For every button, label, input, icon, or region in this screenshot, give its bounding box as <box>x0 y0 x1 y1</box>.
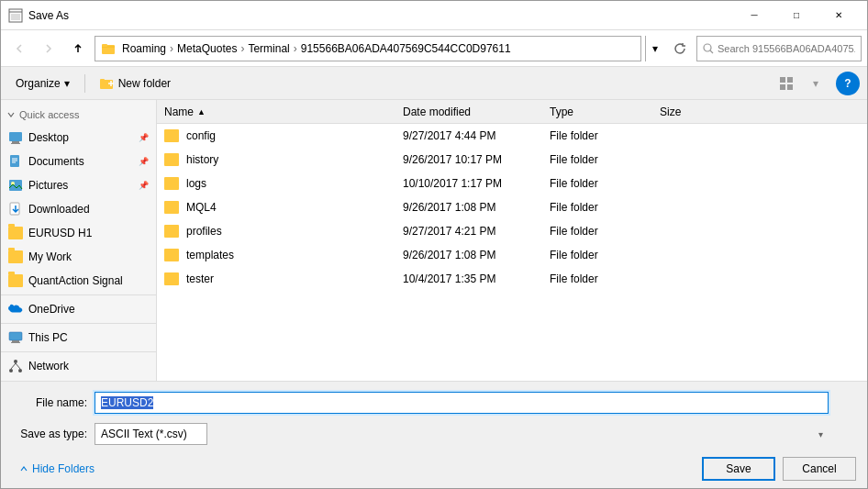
column-size-label: Size <box>660 106 681 118</box>
sidebar-item-desktop[interactable]: Desktop 📌 <box>1 126 156 150</box>
address-dropdown-button[interactable]: ▾ <box>645 36 663 61</box>
eurusd-label: EURUSD H1 <box>28 227 92 239</box>
file-date-cell: 10/10/2017 1:17 PM <box>399 177 546 190</box>
svg-rect-13 <box>787 84 793 90</box>
column-name-header[interactable]: Name ▲ <box>161 100 399 123</box>
maximize-button[interactable]: □ <box>775 1 818 30</box>
file-list-area: Name ▲ Date modified Type Size c <box>157 100 867 381</box>
sort-arrow: ▲ <box>197 107 206 117</box>
bottom-bar: File name: Save as type: ASCII Text (*.c… <box>1 381 867 488</box>
table-row[interactable]: tester 10/4/2017 1:35 PM File folder <box>157 267 867 291</box>
path-metaquotes[interactable]: MetaQuotes <box>174 40 239 57</box>
sidebar-item-thispc[interactable]: This PC <box>1 326 156 350</box>
sidebar-divider-1 <box>1 295 156 295</box>
path-roaming[interactable]: Roaming <box>119 40 169 57</box>
path-id[interactable]: 915566BA06ADA407569C544CC0D97611 <box>298 40 514 57</box>
file-name-cell: logs <box>161 177 399 190</box>
svg-point-28 <box>9 369 13 372</box>
bottom-actions: Hide Folders Save Cancel <box>12 451 856 481</box>
file-date-cell: 9/27/2017 4:21 PM <box>399 225 546 238</box>
sidebar-divider-2 <box>1 323 156 324</box>
view-button[interactable] <box>773 71 799 96</box>
new-folder-icon <box>100 77 115 90</box>
filename-input[interactable] <box>95 392 829 414</box>
file-name-cell: profiles <box>161 225 399 238</box>
column-date-header[interactable]: Date modified <box>399 100 546 123</box>
saveastype-wrapper: ASCII Text (*.csv) <box>95 423 829 445</box>
organize-button[interactable]: Organize ▾ <box>8 71 77 96</box>
svg-rect-15 <box>12 141 19 143</box>
svg-point-27 <box>14 360 17 363</box>
forward-button[interactable] <box>36 36 61 61</box>
cancel-button[interactable]: Cancel <box>783 457 856 481</box>
main-area: Quick access Desktop 📌 Documents 📌 <box>1 100 867 381</box>
up-button[interactable] <box>65 36 91 61</box>
save-button[interactable]: Save <box>702 457 775 481</box>
thispc-icon <box>8 330 23 345</box>
sidebar-item-downloaded[interactable]: Downloaded <box>1 197 156 221</box>
sidebar-item-onedrive[interactable]: OneDrive <box>1 297 156 321</box>
svg-rect-12 <box>780 84 785 90</box>
column-type-label: Type <box>550 106 573 118</box>
search-input[interactable] <box>718 43 855 54</box>
new-folder-label: New folder <box>118 77 171 90</box>
svg-rect-16 <box>11 143 20 144</box>
filename-row: File name: <box>12 389 856 417</box>
column-type-header[interactable]: Type <box>546 100 656 123</box>
thispc-label: This PC <box>28 331 68 344</box>
sidebar-item-documents[interactable]: Documents 📌 <box>1 150 156 173</box>
folder-icon <box>164 129 179 142</box>
sidebar-item-pictures[interactable]: Pictures 📌 <box>1 173 156 197</box>
view-dropdown-button[interactable]: ▾ <box>803 71 829 96</box>
minimize-button[interactable]: ─ <box>733 1 775 30</box>
quick-access-header[interactable]: Quick access <box>1 104 156 126</box>
network-icon <box>8 359 23 373</box>
close-button[interactable]: ✕ <box>818 1 860 30</box>
table-row[interactable]: history 9/26/2017 10:17 PM File folder <box>157 148 867 172</box>
svg-rect-21 <box>9 180 22 191</box>
file-date-cell: 9/26/2017 1:08 PM <box>399 201 546 214</box>
toolbar-separator <box>84 74 85 93</box>
svg-rect-3 <box>102 44 107 47</box>
table-row[interactable]: config 9/27/2017 4:44 PM File folder <box>157 124 867 148</box>
table-row[interactable]: profiles 9/27/2017 4:21 PM File folder <box>157 219 867 243</box>
folder-icon <box>164 272 179 285</box>
sidebar-item-mywork[interactable]: My Work <box>1 245 156 269</box>
svg-rect-10 <box>780 77 785 83</box>
saveastype-select[interactable]: ASCII Text (*.csv) <box>95 423 207 445</box>
file-name-cell: templates <box>161 249 399 261</box>
dialog-title: Save As <box>28 9 733 22</box>
eurusd-folder-icon <box>8 226 23 240</box>
search-box[interactable] <box>696 36 862 61</box>
file-type-cell: File folder <box>546 129 656 142</box>
folder-icon <box>164 153 179 166</box>
address-path[interactable]: Roaming › MetaQuotes › Terminal › 915566… <box>95 36 641 61</box>
sidebar-item-quantaction[interactable]: QuantAction Signal <box>1 269 156 293</box>
path-terminal[interactable]: Terminal <box>245 40 292 57</box>
column-size-header[interactable]: Size <box>656 100 729 123</box>
search-icon <box>703 43 714 54</box>
svg-rect-24 <box>9 332 22 340</box>
refresh-button[interactable] <box>667 36 693 61</box>
sidebar-item-network[interactable]: Network <box>1 354 156 378</box>
dialog-icon <box>8 8 23 23</box>
svg-rect-11 <box>787 77 793 83</box>
folder-icon <box>164 225 179 238</box>
pin-icon-2: 📌 <box>139 157 149 166</box>
hide-folders-toggle[interactable]: Hide Folders <box>12 459 102 479</box>
table-row[interactable]: MQL4 9/26/2017 1:08 PM File folder <box>157 195 867 219</box>
sidebar-divider-3 <box>1 351 156 352</box>
file-list: config 9/27/2017 4:44 PM File folder his… <box>157 124 867 381</box>
help-button[interactable]: ? <box>836 72 860 95</box>
back-button[interactable] <box>6 36 32 61</box>
pin-icon: 📌 <box>139 133 149 142</box>
file-date-cell: 9/27/2017 4:44 PM <box>399 129 546 142</box>
folder-icon <box>164 177 179 190</box>
sidebar-item-eurusd[interactable]: EURUSD H1 <box>1 221 156 245</box>
file-name: MQL4 <box>186 201 217 214</box>
table-row[interactable]: templates 9/26/2017 1:08 PM File folder <box>157 243 867 267</box>
network-label: Network <box>28 360 69 372</box>
mywork-folder-icon <box>8 250 23 264</box>
new-folder-button[interactable]: New folder <box>93 71 178 96</box>
table-row[interactable]: logs 10/10/2017 1:17 PM File folder <box>157 172 867 195</box>
